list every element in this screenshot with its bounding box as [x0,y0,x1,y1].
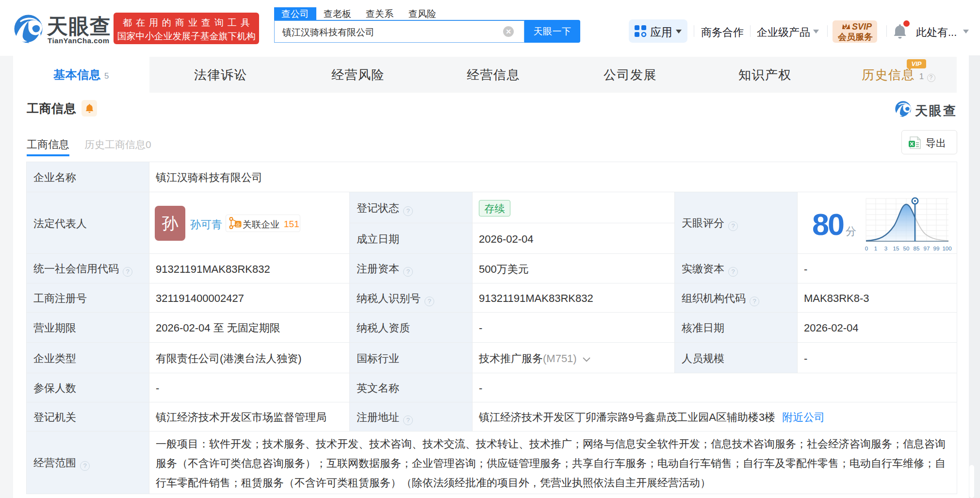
svg-text:85: 85 [914,246,920,251]
svg-text:99: 99 [933,246,940,251]
svg-text:50: 50 [903,246,910,251]
svg-text:15: 15 [893,246,899,251]
svg-text:97: 97 [924,246,930,251]
svg-text:100: 100 [942,246,951,251]
svg-text:3: 3 [884,246,887,251]
svg-text:1: 1 [874,246,877,251]
svg-text:企: 企 [236,222,241,227]
svg-text:0: 0 [865,246,868,251]
